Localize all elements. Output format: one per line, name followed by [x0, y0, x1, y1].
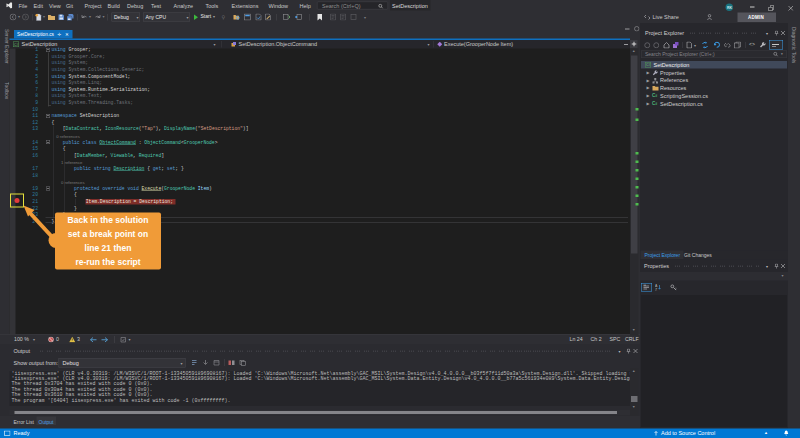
svg-text:Z: Z: [655, 288, 658, 291]
